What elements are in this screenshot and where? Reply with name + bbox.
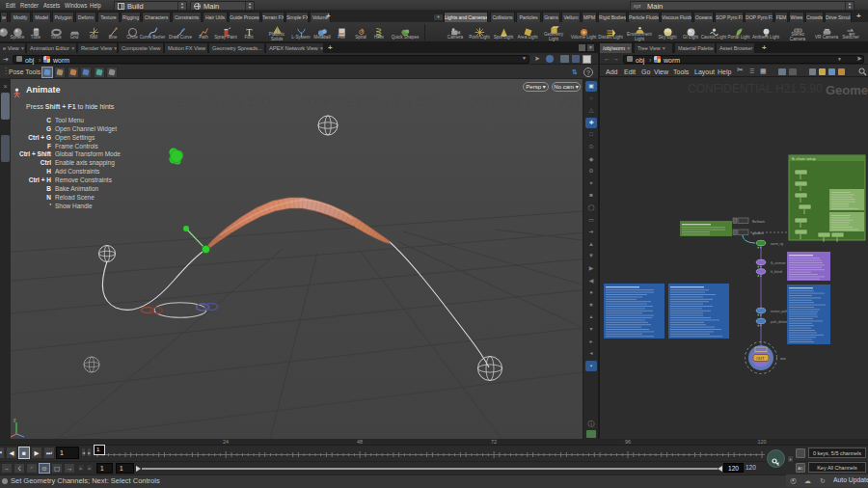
svg-text:CONFIDENTIAL H21.5.90: CONFIDENTIAL H21.5.90 bbox=[130, 95, 270, 109]
svg-text:y: y bbox=[14, 417, 16, 422]
svg-text:motion_path: motion_path bbox=[771, 310, 788, 313]
svg-text:out: out bbox=[780, 356, 786, 361]
svg-text:CONFIDENTIAL H21.5.90: CONFIDENTIAL H21.5.90 bbox=[299, 95, 439, 109]
svg-text:ik_blend: ik_blend bbox=[771, 270, 782, 274]
svg-text:fkchain: fkchain bbox=[752, 219, 765, 224]
svg-text:CONFIDENTIAL H21.5.90: CONFIDENTIAL H21.5.90 bbox=[688, 82, 823, 95]
svg-text:fk chain setup: fk chain setup bbox=[792, 156, 816, 161]
svg-text:OUT: OUT bbox=[756, 356, 765, 361]
svg-text:fk_animate: fk_animate bbox=[771, 261, 786, 265]
svg-text:CONFIDENTIAL H21.5.90: CONFIDENTIAL H21.5.90 bbox=[468, 95, 583, 109]
svg-text:guides: guides bbox=[752, 230, 764, 235]
svg-text:Geometry: Geometry bbox=[826, 83, 868, 97]
svg-text:path_deform: path_deform bbox=[771, 320, 788, 324]
svg-text:worm_rig: worm_rig bbox=[771, 242, 783, 246]
